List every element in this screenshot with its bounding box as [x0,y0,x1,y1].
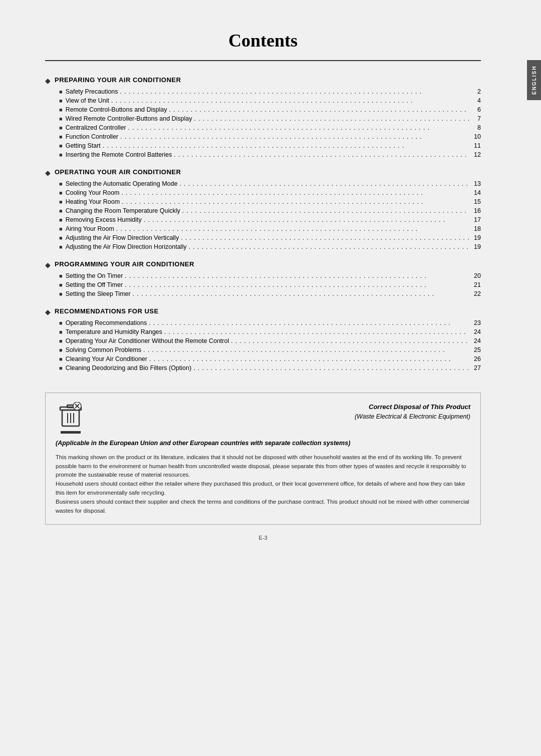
toc-bullet: ■ [59,273,63,279]
toc-item: ■ Function Controller 10 [45,132,481,141]
title-divider [45,60,481,61]
toc-dots [121,189,469,196]
toc-bullet: ■ [59,320,63,326]
weee-icon-bar [61,431,81,434]
toc-dots [111,97,469,104]
toc-bullet: ■ [59,98,63,104]
toc-dots [149,319,469,326]
toc-bullet: ■ [59,365,63,371]
section-header-recommendations: ◆Recommendations For Use [45,307,481,316]
toc-dots [231,337,469,344]
toc-label: Changing the Room Temperature Quickly [66,207,180,214]
toc-bullet: ■ [59,217,63,223]
toc-label: Remote Control-Buttons and Display [66,106,167,113]
toc-page: 24 [471,337,481,344]
toc-item: ■ Removing Excess Humidity 17 [45,215,481,224]
section-header-preparing: ◆Preparing Your Air Conditioner [45,76,481,85]
toc-item: ■ Heating Your Room 15 [45,197,481,206]
section-title: Preparing Your Air Conditioner [55,76,181,84]
toc-label: Setting the Sleep Timer [66,290,131,297]
toc-label: Cleaning Deodorizing and Bio Filters (Op… [66,364,192,371]
section-title: Recommendations For Use [55,307,159,315]
toc-item: ■ Cooling Your Room 14 [45,188,481,197]
toc-label: Inserting the Remote Control Batteries [66,151,172,158]
toc-item: ■ Adjusting the Air Flow Direction Horiz… [45,242,481,251]
toc-page: 12 [471,151,481,158]
toc-dots [144,216,469,223]
toc-page: 4 [471,97,481,104]
toc-dots [179,180,469,187]
toc-label: Cooling Your Room [66,189,120,196]
toc-label: Adjusting the Air Flow Direction Horizon… [66,243,187,250]
toc-label: Wired Remote Controller-Buttons and Disp… [66,115,192,122]
toc-item: ■ Centralized Controller 8 [45,123,481,132]
toc-dots [120,133,469,140]
toc-bullet: ■ [59,235,63,241]
toc-page: 16 [471,207,481,214]
toc-dots [120,88,469,95]
toc-bullet: ■ [59,338,63,344]
toc-dots [169,106,469,113]
toc-item: ■ Inserting the Remote Control Batteries… [45,150,481,159]
toc-label: Safety Precautions [66,88,118,95]
section-header-programming: ◆Programming Your Air Conditioner [45,260,481,269]
toc-page: 25 [471,346,481,353]
diamond-icon: ◆ [45,261,51,269]
toc-bullet: ■ [59,282,63,288]
section-title: Operating Your Air Conditioner [55,168,181,176]
toc-label: Airing Your Room [66,225,114,232]
toc-label: Setting the On Timer [66,272,123,279]
box-paragraph: Business users should contact their supp… [56,498,470,516]
toc-item: ■ Adjusting the Air Flow Direction Verti… [45,233,481,242]
box-paragraphs: This marking shown on the product or its… [56,453,470,516]
toc-bullet: ■ [59,152,63,158]
toc-item: ■ Getting Start 11 [45,141,481,150]
toc-label: Cleaning Your Air Conditioner [66,355,147,362]
page: Contents ◆Preparing Your Air Conditioner… [0,0,541,756]
main-content: Contents ◆Preparing Your Air Conditioner… [0,0,541,756]
toc-bullet: ■ [59,356,63,362]
toc-page: 18 [471,225,481,232]
toc-page: 24 [471,328,481,335]
toc-bullet: ■ [59,329,63,335]
toc-bullet: ■ [59,199,63,205]
toc-label: Heating Your Room [66,198,120,205]
toc-dots [103,142,469,149]
toc-dots [182,207,469,214]
toc-label: Temperature and Humidity Ranges [66,328,162,335]
toc-dots [125,281,469,288]
toc-page: 11 [471,142,481,149]
toc-dots [125,272,469,279]
toc-item: ■ Selecting the Automatic Operating Mode… [45,179,481,188]
section-title: Programming Your Air Conditioner [55,260,194,268]
bottom-box: Correct Disposal of This Product (Waste … [45,393,481,525]
toc-label: Setting the Off Timer [66,281,123,288]
toc-item: ■ Airing Your Room 18 [45,224,481,233]
toc-label: Getting Start [66,142,101,149]
toc-dots [143,346,469,353]
toc-dots [181,234,469,241]
toc-item: ■ Setting the Sleep Timer 22 [45,289,481,298]
toc-dots [116,225,469,232]
toc-bullet: ■ [59,208,63,214]
toc-page: 2 [471,88,481,95]
box-title: Correct Disposal of This Product [96,402,470,412]
toc-dots [122,198,469,205]
weee-icon [56,402,86,434]
toc-label: Operating Your Air Conditioner Without t… [66,337,229,344]
toc-item: ■ Setting the On Timer 20 [45,271,481,280]
toc-page: 27 [471,364,481,371]
toc-page: 20 [471,272,481,279]
toc-bullet: ■ [59,89,63,95]
toc-page: 14 [471,189,481,196]
toc-page: 21 [471,281,481,288]
toc-page: 26 [471,355,481,362]
toc-dots [188,243,469,250]
box-paragraph: This marking shown on the product or its… [56,453,470,480]
toc-page: 19 [471,234,481,241]
toc-dots [133,290,469,297]
toc-page: 17 [471,216,481,223]
toc-dots [174,151,469,158]
section-header-operating: ◆Operating Your Air Conditioner [45,168,481,177]
toc-label: Function Controller [66,133,119,140]
